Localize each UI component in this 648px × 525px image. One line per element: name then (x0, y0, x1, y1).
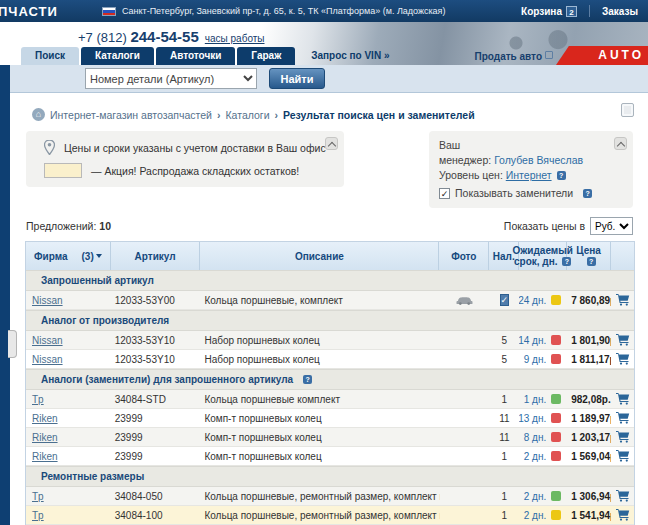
phone-number: 244-54-55 (130, 28, 198, 45)
term-cell: 2 дн. (519, 510, 567, 521)
add-to-cart-button[interactable] (611, 294, 634, 306)
show-substitutes-checkbox[interactable]: ✓ (439, 188, 450, 199)
column-header-firm: Фирма (3) (26, 242, 111, 270)
location-pin-icon (44, 140, 55, 155)
column-header-photo: Фото (439, 242, 489, 270)
table-section-header: Аналоги (заменители) для запрошенного ар… (26, 369, 634, 390)
table-row: Nissan12033-53Y10Набор поршневых колец59… (26, 350, 634, 369)
sell-auto-link[interactable]: Продать авто (475, 51, 553, 62)
add-to-cart-button[interactable] (611, 412, 634, 424)
side-panel-toggle[interactable] (8, 330, 17, 358)
price-cell: 1 203,17р. (567, 432, 611, 443)
status-indicator (551, 354, 561, 364)
table-row: Riken23999Комп-т поршневых колец1113 дн.… (26, 409, 634, 428)
add-to-cart-button[interactable] (611, 450, 634, 462)
add-to-cart-button[interactable] (611, 334, 634, 346)
table-row: Riken23999Комп-т поршневых колец118 дн.1… (26, 428, 634, 447)
search-button[interactable]: Найти (269, 68, 325, 89)
tab-запрос-по-vin-[interactable]: Запрос по VIN » (297, 47, 403, 65)
brand-link[interactable]: Tp (30, 491, 44, 502)
firm-filter-dropdown[interactable]: (3) (81, 251, 101, 262)
brand-link[interactable]: Riken (30, 432, 58, 443)
car-photo-icon (456, 296, 473, 305)
manager-name-link[interactable]: Голубев Вячеслав (494, 154, 583, 166)
results-table-body: Запрошенный артикулNissan12033-53Y00Коль… (26, 270, 634, 525)
availability-cell: 1 (489, 510, 519, 521)
top-bar-right: Корзина 2 Заказы (521, 5, 648, 17)
working-hours-link[interactable]: часы работы (205, 33, 265, 44)
brand-link[interactable]: Nissan (30, 335, 63, 346)
add-to-cart-button[interactable] (611, 490, 634, 502)
availability-cell: 11 (489, 413, 519, 424)
show-substitutes-label: Показывать заменители (455, 186, 573, 201)
breadcrumb-link[interactable]: Каталоги (225, 109, 269, 121)
price-cell: 1 801,90р. (567, 335, 611, 346)
page: ПЧАСТИ Санкт-Петербург, Заневский пр-т, … (0, 0, 648, 525)
price-cell: 982,08р. (567, 394, 611, 405)
availability-cell: 11 (489, 432, 519, 443)
add-to-cart-icon (616, 393, 630, 405)
availability-checkbox[interactable]: ✓ (500, 294, 510, 306)
cart-link[interactable]: Корзина (521, 6, 562, 17)
photo-cell[interactable] (440, 296, 490, 305)
status-indicator (551, 432, 561, 442)
help-icon[interactable]: ? (557, 171, 566, 180)
add-to-cart-button[interactable] (611, 431, 634, 443)
description-cell: Кольца поршневые, комплект (200, 295, 439, 306)
tab-автоточки[interactable]: Автоточки (156, 47, 235, 65)
help-icon[interactable]: ? (303, 375, 312, 384)
orders-link[interactable]: Заказы (602, 6, 638, 17)
brand-link[interactable]: Nissan (30, 354, 63, 365)
tab-гараж[interactable]: Гараж (237, 47, 295, 65)
offers-label: Предложений: (26, 220, 96, 232)
manager-box: Ваш менеджер: Голубев Вячеслав Уровень ц… (429, 131, 633, 208)
breadcrumb-current: Результат поиска цен и заменителей (283, 109, 475, 121)
russia-flag-icon (102, 7, 116, 16)
price-level-link[interactable]: Интернет (506, 169, 552, 181)
brand-cell: Tp (26, 491, 111, 502)
add-to-cart-button[interactable] (611, 353, 634, 365)
description-cell: Комп-т поршневых колец (200, 413, 439, 424)
collapse-button[interactable] (325, 137, 338, 150)
brand-link[interactable]: Riken (30, 451, 58, 462)
availability-cell: 1 (489, 491, 519, 502)
breadcrumb-separator: › (275, 109, 279, 121)
brand-link[interactable]: Nissan (30, 295, 63, 306)
brand-link[interactable]: Riken (30, 413, 58, 424)
brand-cell: Tp (26, 510, 111, 521)
tab-каталоги[interactable]: Каталоги (81, 47, 154, 65)
status-indicator (551, 295, 561, 305)
brand-link[interactable]: Tp (30, 510, 44, 521)
price-cell: 7 860,89р. (567, 295, 611, 306)
help-icon[interactable]: ? (587, 257, 596, 266)
home-icon[interactable]: ⌂ (32, 108, 45, 121)
add-to-cart-button[interactable] (611, 393, 634, 405)
price-cell: 1 541,94р. (567, 510, 611, 521)
site-logo[interactable]: ПЧАСТИ (0, 4, 58, 19)
table-header: Фирма (3) Артикул Описание Фото Нал. Ожи… (26, 242, 634, 270)
add-to-cart-button[interactable] (611, 509, 634, 521)
description-cell: Набор поршневых колец (200, 335, 439, 346)
term-days: 8 дн. (524, 432, 546, 443)
delivery-info-box: Цены и сроки указаны с учетом доставки в… (26, 131, 344, 187)
brand-cell: Nissan (26, 295, 111, 306)
search-type-select[interactable]: Номер детали (Артикул) (85, 68, 257, 89)
promo-color-swatch (44, 163, 82, 178)
table-row: Riken23999Комп-т поршневых колец12 дн.1 … (26, 447, 634, 466)
description-cell: Набор поршневых колец (200, 354, 439, 365)
store-address: Санкт-Петербург, Заневский пр-т, д. 65, … (122, 6, 446, 16)
tab-поиск[interactable]: Поиск (21, 47, 79, 65)
info-boxes-row: Цены и сроки указаны с учетом доставки в… (26, 131, 633, 208)
collapse-button[interactable] (614, 137, 627, 150)
availability-cell: 5 (489, 335, 519, 346)
term-days: 24 дн. (519, 295, 546, 306)
breadcrumb-link[interactable]: Интернет-магазин автозапчастей (50, 109, 212, 121)
brand-link[interactable]: Tp (30, 394, 44, 405)
help-icon[interactable]: ? (583, 189, 592, 198)
article-cell: 34084-100 (111, 510, 201, 521)
print-icon[interactable] (621, 103, 634, 117)
availability-cell: 1 (489, 394, 519, 405)
add-to-cart-icon (616, 334, 630, 346)
currency-select[interactable]: Руб. (590, 217, 633, 235)
auto-brand-logo[interactable]: AUTO (556, 46, 648, 65)
